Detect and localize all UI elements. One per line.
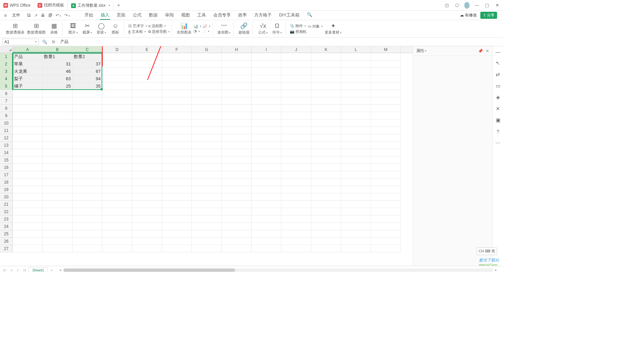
cell[interactable] [252,193,281,201]
cell[interactable] [222,83,252,90]
cell[interactable] [132,156,162,164]
cell[interactable] [252,215,281,223]
picture-button[interactable]: 🖼图片▾ [67,22,79,36]
row-header[interactable]: 14 [0,149,13,156]
cell[interactable] [43,119,72,127]
cell[interactable] [341,215,371,223]
col-header[interactable]: A [13,46,43,53]
share-button[interactable]: ⇪ 分享 [480,12,497,19]
cell[interactable] [102,201,132,208]
cell[interactable] [72,119,102,127]
cell[interactable] [371,156,401,164]
shapes-button[interactable]: ◯形状▾ [95,22,108,36]
row-header[interactable]: 27 [0,245,13,252]
cell[interactable] [192,75,222,83]
avatar[interactable] [464,2,470,9]
sparkline-button[interactable]: 〰迷你图▾ [217,22,231,36]
cell[interactable] [162,75,192,83]
cell[interactable] [102,223,132,230]
help-icon[interactable]: ? [496,129,499,134]
cell[interactable] [102,53,132,60]
add-sheet-button[interactable]: + [49,268,54,272]
cell[interactable] [162,164,192,171]
cell[interactable] [72,127,102,134]
cell[interactable] [281,75,311,83]
cell[interactable] [72,208,102,215]
cell[interactable] [102,164,132,171]
horizontal-scrollbar[interactable]: ◂▸ [58,268,498,272]
cell[interactable] [341,127,371,134]
cell[interactable] [371,112,401,119]
equation-button[interactable]: √x公式▾ [257,22,269,36]
app-tab-wps[interactable]: W WPS Office [0,0,34,10]
cell[interactable] [102,68,132,75]
cell[interactable]: 梨子 [13,75,43,83]
cell[interactable] [222,53,252,60]
cell[interactable] [43,97,72,105]
cell[interactable] [192,149,222,156]
cell[interactable] [162,171,192,179]
cell[interactable] [252,83,281,90]
symbol-button[interactable]: Ω符号▾ [271,22,283,36]
cell[interactable] [192,68,222,75]
cell[interactable] [281,142,311,149]
cell[interactable] [102,230,132,238]
cell[interactable] [222,134,252,142]
cell[interactable] [311,223,341,230]
cell[interactable] [132,164,162,171]
cell[interactable] [43,201,72,208]
cell[interactable] [311,134,341,142]
cell[interactable] [102,179,132,186]
cell[interactable] [281,186,311,193]
hamburger-icon[interactable]: ≡ [3,12,8,19]
cell[interactable] [132,215,162,223]
cell[interactable] [162,230,192,238]
cell[interactable] [102,127,132,134]
object-button[interactable]: ▭ 对象▾ [308,24,323,29]
cell[interactable] [222,230,252,238]
cell[interactable] [162,156,192,164]
tab-insert[interactable]: 插入 [100,11,110,20]
cell[interactable] [162,215,192,223]
cell[interactable]: 94 [72,75,102,83]
cell[interactable] [192,119,222,127]
cell[interactable] [162,149,192,156]
cell[interactable] [162,179,192,186]
more-assets-button[interactable]: ✦更多素材▾ [324,22,342,36]
scatter-chart-button[interactable]: ⋰▾ [203,29,210,34]
cell[interactable] [72,112,102,119]
cell[interactable] [43,223,72,230]
cell[interactable] [72,134,102,142]
app-tab-workbook[interactable]: S 工作簿数量.xlsx • [68,0,114,10]
cell[interactable] [132,223,162,230]
cell[interactable]: 火龙果 [13,68,43,75]
cell[interactable] [72,215,102,223]
cell[interactable] [371,134,401,142]
cell[interactable] [72,193,102,201]
cell[interactable] [281,215,311,223]
cell[interactable] [102,75,132,83]
cell[interactable] [311,238,341,245]
row-header[interactable]: 25 [0,230,13,238]
cell[interactable] [341,142,371,149]
pin-icon[interactable]: 📌 [478,49,483,53]
screen-icon[interactable]: ▣ [496,117,500,123]
cell[interactable]: 数量1 [43,53,72,60]
col-header[interactable]: L [341,46,371,53]
cell[interactable] [252,90,281,97]
row-header[interactable]: 1 [0,53,13,60]
pivot-chart-button[interactable]: ⊞数据透视图 [26,22,46,36]
cell[interactable] [341,238,371,245]
col-header[interactable]: E [132,46,162,53]
cell[interactable] [371,97,401,105]
row-header[interactable]: 18 [0,179,13,186]
cell[interactable] [132,68,162,75]
cell[interactable] [252,105,281,112]
cell[interactable] [162,245,192,252]
cell[interactable] [222,179,252,186]
cell[interactable] [72,156,102,164]
cell[interactable] [252,156,281,164]
cell[interactable] [72,164,102,171]
cell[interactable] [102,90,132,97]
cell[interactable] [311,149,341,156]
